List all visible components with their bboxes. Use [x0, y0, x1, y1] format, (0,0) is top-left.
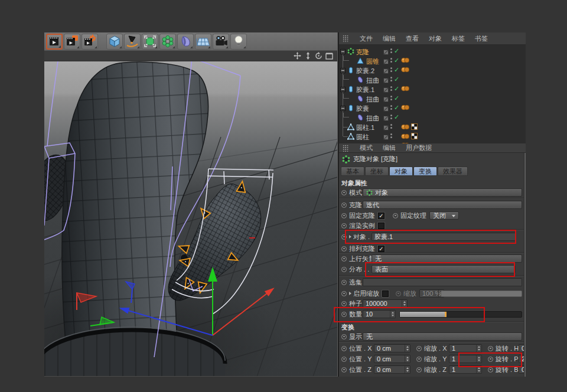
dolly-view-icon[interactable]	[304, 52, 312, 60]
scrollbar[interactable]	[524, 153, 526, 377]
position-x-field[interactable]: 0 cm	[374, 344, 410, 352]
enabled-check-icon[interactable]: ✓	[394, 76, 399, 83]
add-cube-button[interactable]	[106, 34, 123, 50]
render-picture-viewer-button[interactable]	[64, 34, 80, 50]
animation-dot[interactable]	[341, 246, 347, 251]
animation-dot[interactable]	[341, 312, 347, 317]
animation-dot[interactable]	[341, 291, 347, 296]
selection-field[interactable]	[363, 278, 522, 286]
expand-arrow-icon[interactable]	[349, 235, 351, 239]
layer-chip[interactable]	[383, 115, 389, 122]
material-tag-icon[interactable]	[401, 133, 409, 139]
scale-y-field[interactable]: 1	[449, 355, 482, 363]
viewport-canvas[interactable]	[44, 61, 337, 376]
animation-dot[interactable]	[341, 346, 347, 351]
object-row-capsule1[interactable]: 胶囊.1 ✓	[339, 84, 526, 94]
fix-texture-dropdown[interactable]: 关闭	[429, 211, 459, 220]
visibility-dots[interactable]	[390, 48, 392, 53]
rotate-view-icon[interactable]	[315, 52, 322, 60]
layer-chip[interactable]	[383, 87, 389, 94]
render-settings-button[interactable]	[82, 34, 98, 50]
pan-view-icon[interactable]	[294, 52, 301, 60]
animation-dot[interactable]	[488, 357, 493, 362]
layer-chip[interactable]	[383, 68, 389, 75]
object-row-cone[interactable]: 圆锥 ✓	[339, 56, 526, 66]
collapse-toggle[interactable]	[340, 87, 346, 92]
panel-grip-icon[interactable]	[343, 35, 348, 42]
layer-chip[interactable]	[383, 77, 389, 84]
object-row-capsule2[interactable]: 胶囊.2 ✓	[339, 66, 526, 75]
scale-x-field[interactable]: 1	[449, 344, 482, 352]
animation-dot[interactable]	[341, 213, 347, 218]
enabled-check-icon[interactable]: ✓	[394, 66, 399, 74]
animation-dot[interactable]	[341, 234, 347, 240]
tab-transform[interactable]: 变换	[413, 166, 437, 176]
distribution-dropdown[interactable]: 表面	[372, 265, 516, 273]
animation-dot[interactable]	[393, 213, 398, 218]
object-row-partial[interactable]	[339, 141, 526, 143]
animation-dot[interactable]	[341, 357, 347, 362]
render-view-button[interactable]	[46, 34, 63, 50]
stepper-arrows[interactable]	[390, 311, 395, 318]
texture-tag-icon[interactable]	[411, 123, 418, 130]
visibility-dots[interactable]	[390, 133, 392, 138]
position-z-field[interactable]: 0 cm	[374, 365, 410, 374]
menu-edit[interactable]: 编辑	[383, 34, 396, 43]
enabled-check-icon[interactable]: ✓	[394, 94, 399, 102]
visibility-dots[interactable]	[390, 96, 392, 100]
display-dropdown[interactable]: 无	[363, 332, 522, 341]
animation-dot[interactable]	[341, 223, 347, 228]
scale-z-field[interactable]: 1	[449, 365, 482, 374]
light-tool-button[interactable]	[230, 34, 247, 50]
layer-chip[interactable]	[383, 96, 389, 103]
enabled-check-icon[interactable]: ✓	[394, 85, 399, 93]
fix-clone-checkbox[interactable]: ✓	[378, 213, 384, 219]
tab-object[interactable]: 对象	[389, 166, 413, 176]
material-tag-icon[interactable]	[401, 104, 409, 110]
material-tag-icon[interactable]	[401, 67, 409, 73]
animation-dot[interactable]	[341, 367, 347, 373]
material-tag-icon[interactable]	[401, 124, 409, 130]
pen-spline-button[interactable]	[124, 34, 141, 50]
menu-bookmarks[interactable]: 书签	[475, 34, 488, 43]
visibility-dots[interactable]	[390, 58, 392, 63]
collapse-toggle[interactable]	[340, 68, 346, 73]
material-tag-icon[interactable]	[401, 86, 409, 92]
animation-dot[interactable]	[341, 267, 347, 272]
menu-file[interactable]: 文件	[360, 34, 373, 43]
scale-slider[interactable]	[441, 290, 522, 297]
count-field[interactable]: 10	[363, 310, 396, 318]
subdivision-surface-button[interactable]	[142, 34, 158, 50]
position-y-field[interactable]: 0 cm	[374, 355, 410, 363]
count-slider[interactable]	[399, 311, 522, 318]
object-row-bend[interactable]: 扭曲 ✓	[339, 113, 526, 122]
tab-effectors[interactable]: 效果器	[438, 166, 468, 176]
slider-handle[interactable]	[445, 312, 447, 317]
expand-arrow-icon[interactable]	[349, 292, 351, 295]
collapse-toggle[interactable]	[340, 49, 346, 54]
animation-dot[interactable]	[416, 357, 422, 362]
enabled-check-icon[interactable]: ✓	[394, 104, 399, 112]
visibility-dots[interactable]	[390, 115, 392, 119]
tab-basic[interactable]: 基本	[341, 166, 364, 176]
menu-edit[interactable]: 编辑	[383, 143, 396, 152]
viewport-3d[interactable]	[44, 61, 337, 376]
menu-user-data[interactable]: 用户数据	[406, 143, 432, 152]
visibility-dots[interactable]	[390, 86, 392, 91]
layer-chip[interactable]	[383, 49, 389, 56]
stepper-arrows[interactable]	[476, 345, 481, 352]
stepper-arrows[interactable]	[476, 355, 481, 362]
object-row-bend[interactable]: 扭曲 ✓	[339, 94, 526, 103]
animation-dot[interactable]	[341, 334, 347, 339]
animation-dot[interactable]	[341, 280, 347, 285]
tab-coordinates[interactable]: 坐标	[365, 166, 389, 176]
align-clone-checkbox[interactable]: ✓	[378, 246, 384, 252]
visibility-dots[interactable]	[390, 67, 392, 72]
animation-dot[interactable]	[416, 346, 422, 351]
panel-grip-icon[interactable]	[343, 145, 348, 152]
object-row-cloner[interactable]: 克隆 ✓	[339, 47, 526, 56]
object-row-cylinder[interactable]: 圆柱	[339, 132, 526, 141]
object-row-capsule[interactable]: 胶囊 ✓	[339, 103, 526, 113]
object-row-bend[interactable]: 扭曲 ✓	[339, 75, 526, 84]
animation-dot[interactable]	[341, 301, 347, 306]
